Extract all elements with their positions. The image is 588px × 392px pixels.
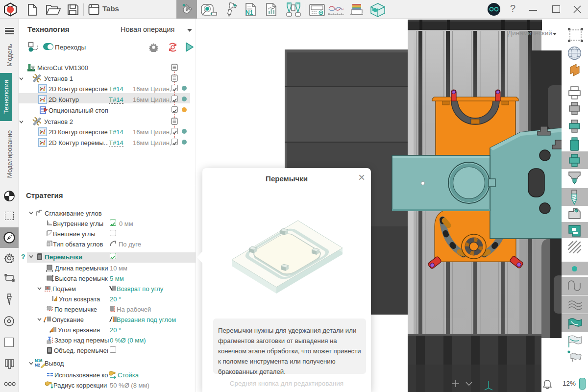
svg-text:N1: N1 [245,9,253,16]
